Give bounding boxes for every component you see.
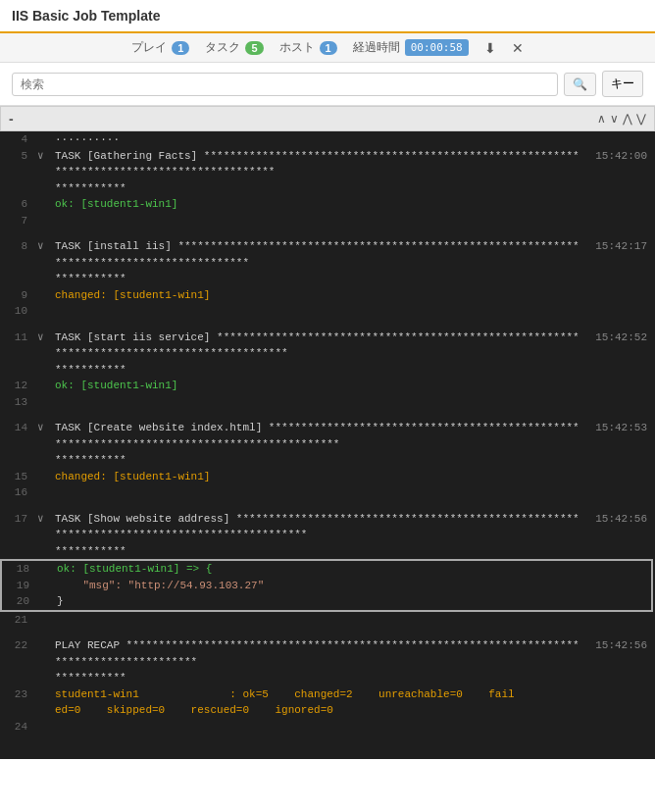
line-number: 7 bbox=[0, 213, 35, 229]
line-number: 12 bbox=[0, 378, 35, 394]
line-number: 10 bbox=[0, 303, 35, 320]
collapse-button[interactable]: - bbox=[9, 111, 14, 127]
key-button[interactable]: キー bbox=[602, 71, 643, 97]
task-count-item: タスク 5 bbox=[205, 39, 263, 56]
host-label: ホスト bbox=[279, 39, 315, 56]
toolbar: プレイ 1 タスク 5 ホスト 1 経過時間 00:00:58 ⬇ ✕ bbox=[0, 33, 655, 63]
line-number: 5 bbox=[0, 148, 35, 165]
line-toggle[interactable]: ∨ bbox=[35, 511, 51, 528]
line-content: TASK [Show website address] ************… bbox=[51, 511, 587, 560]
line-time: 15:42:00 bbox=[587, 148, 655, 165]
log-row: 13 bbox=[0, 394, 655, 411]
task-label: タスク bbox=[205, 39, 240, 56]
line-content: PLAY RECAP *****************************… bbox=[51, 637, 587, 686]
line-time: 15:42:53 bbox=[587, 420, 655, 436]
log-row: 18ok: [student1-win1] => { bbox=[2, 561, 651, 578]
line-number: 13 bbox=[0, 394, 35, 411]
line-number: 22 bbox=[0, 637, 35, 654]
line-number: 18 bbox=[2, 561, 37, 578]
search-button[interactable]: 🔍 bbox=[564, 73, 596, 96]
timer-value: 00:00:58 bbox=[405, 39, 469, 56]
nav-buttons: ∧ ∨ ⋀ ⋁ bbox=[597, 112, 646, 126]
line-toggle[interactable]: ∨ bbox=[35, 148, 51, 165]
line-content: changed: [student1-win1] bbox=[51, 287, 639, 304]
line-content: student1-win1 : ok=5 changed=2 unreachab… bbox=[51, 686, 639, 719]
line-content: ok: [student1-win1] bbox=[51, 196, 639, 213]
log-row: 22PLAY RECAP ***************************… bbox=[0, 637, 655, 686]
nav-top-button[interactable]: ⋀ bbox=[623, 112, 632, 126]
line-content: ok: [student1-win1] bbox=[51, 378, 639, 394]
host-badge: 1 bbox=[320, 41, 337, 55]
line-time: 15:42:17 bbox=[587, 238, 655, 255]
log-row: 12ok: [student1-win1] bbox=[0, 378, 655, 394]
nav-down-button[interactable]: ∨ bbox=[610, 112, 619, 126]
line-number: 16 bbox=[0, 484, 35, 501]
log-row: 11∨TASK [start iis service] ************… bbox=[0, 330, 655, 379]
log-row: 7 bbox=[0, 213, 655, 229]
log-row: 6ok: [student1-win1] bbox=[0, 196, 655, 213]
line-content: TASK [start iis service] ***************… bbox=[51, 330, 587, 379]
search-input[interactable] bbox=[12, 73, 558, 96]
line-number: 15 bbox=[0, 469, 35, 485]
line-toggle[interactable]: ∨ bbox=[35, 420, 51, 436]
line-number: 9 bbox=[0, 287, 35, 304]
log-row bbox=[0, 228, 655, 238]
play-badge: 1 bbox=[172, 41, 189, 55]
line-number: 6 bbox=[0, 196, 35, 213]
log-row: 23student1-win1 : ok=5 changed=2 unreach… bbox=[0, 686, 655, 719]
line-content: } bbox=[53, 593, 635, 610]
line-number: 4 bbox=[0, 131, 35, 148]
line-time: 15:42:56 bbox=[587, 511, 655, 528]
app-header: IIS Basic Job Template bbox=[0, 0, 655, 33]
task-badge: 5 bbox=[245, 41, 263, 55]
play-label: プレイ bbox=[131, 39, 167, 56]
line-content: TASK [Create website index.html] *******… bbox=[51, 420, 587, 469]
nav-bottom-button[interactable]: ⋁ bbox=[636, 112, 646, 126]
line-content: ok: [student1-win1] => { bbox=[53, 561, 635, 578]
line-number: 8 bbox=[0, 238, 35, 255]
log-row: 24 bbox=[0, 719, 655, 736]
line-content: changed: [student1-win1] bbox=[51, 469, 639, 485]
line-content: "msg": "http://54.93.103.27" bbox=[53, 578, 635, 594]
line-time: 15:42:56 bbox=[587, 637, 655, 654]
log-row: 16 bbox=[0, 484, 655, 501]
line-number: 17 bbox=[0, 511, 35, 528]
app-title: IIS Basic Job Template bbox=[12, 8, 160, 24]
line-time: 15:42:52 bbox=[587, 330, 655, 346]
line-toggle[interactable]: ∨ bbox=[35, 330, 51, 346]
log-row: 20} bbox=[2, 593, 651, 610]
log-row bbox=[0, 501, 655, 511]
download-button[interactable]: ⬇ bbox=[484, 40, 496, 56]
line-number: 19 bbox=[2, 578, 37, 594]
log-row: 15changed: [student1-win1] bbox=[0, 469, 655, 485]
play-count-item: プレイ 1 bbox=[131, 39, 189, 56]
log-row bbox=[0, 410, 655, 420]
line-content: ·········· bbox=[51, 131, 639, 148]
log-row: 17∨TASK [Show website address] *********… bbox=[0, 511, 655, 560]
close-button[interactable]: ✕ bbox=[512, 40, 524, 56]
time-label: 経過時間 bbox=[353, 39, 400, 56]
nav-up-button[interactable]: ∧ bbox=[597, 112, 606, 126]
log-row: 21 bbox=[0, 612, 655, 629]
line-number: 11 bbox=[0, 330, 35, 346]
line-content: TASK [install iis] *********************… bbox=[51, 238, 587, 287]
timer-item: 経過時間 00:00:58 bbox=[353, 39, 469, 56]
line-number: 14 bbox=[0, 420, 35, 436]
log-row: 5∨TASK [Gathering Facts] ***************… bbox=[0, 148, 655, 197]
line-number: 24 bbox=[0, 719, 35, 736]
log-row: 4·········· bbox=[0, 131, 655, 148]
log-row: 10 bbox=[0, 303, 655, 320]
log-row bbox=[0, 628, 655, 637]
line-toggle[interactable]: ∨ bbox=[35, 238, 51, 255]
line-number: 21 bbox=[0, 612, 35, 629]
line-content: TASK [Gathering Facts] *****************… bbox=[51, 148, 587, 197]
line-number: 23 bbox=[0, 686, 35, 703]
search-bar: 🔍 キー bbox=[0, 63, 655, 106]
log-row: 8∨TASK [install iis] *******************… bbox=[0, 238, 655, 287]
log-row: 19 "msg": "http://54.93.103.27" bbox=[2, 578, 651, 594]
log-row bbox=[0, 320, 655, 330]
host-count-item: ホスト 1 bbox=[279, 39, 337, 56]
log-row: 9changed: [student1-win1] bbox=[0, 287, 655, 304]
log-container[interactable]: 4··········5∨TASK [Gathering Facts] ****… bbox=[0, 131, 655, 759]
log-row: 14∨TASK [Create website index.html] ****… bbox=[0, 420, 655, 469]
